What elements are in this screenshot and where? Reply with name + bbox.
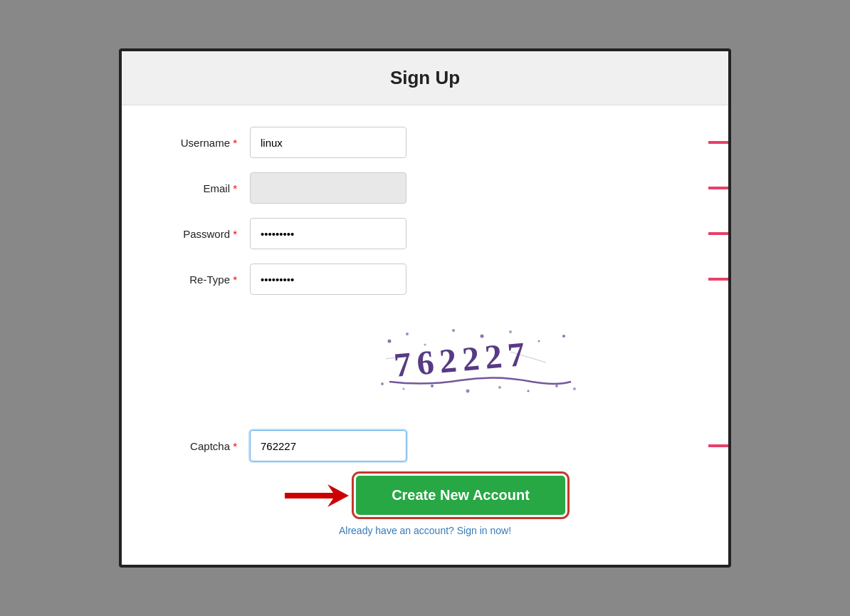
svg-point-14 bbox=[431, 385, 434, 387]
button-row: Create New Account Already have an accou… bbox=[150, 476, 700, 536]
username-required: * bbox=[233, 137, 237, 149]
svg-point-19 bbox=[573, 387, 576, 390]
svg-point-7 bbox=[452, 329, 455, 332]
retype-input[interactable] bbox=[250, 263, 406, 295]
captcha-image-area: 762227 bbox=[250, 309, 700, 416]
svg-marker-2 bbox=[708, 226, 731, 241]
captcha-input[interactable] bbox=[250, 430, 406, 461]
email-arrow-icon bbox=[708, 180, 731, 196]
svg-point-15 bbox=[466, 390, 470, 393]
captcha-image: 762227 bbox=[368, 323, 582, 402]
retype-input-wrapper bbox=[250, 263, 700, 295]
captcha-svg: 762227 bbox=[368, 323, 582, 402]
svg-marker-3 bbox=[708, 271, 731, 287]
username-arrow-icon bbox=[708, 135, 731, 150]
email-label: Email * bbox=[150, 182, 250, 194]
password-required: * bbox=[233, 228, 237, 240]
svg-point-5 bbox=[406, 333, 409, 335]
username-input[interactable] bbox=[250, 127, 406, 158]
form-area: Username * Email * bbox=[122, 105, 728, 565]
svg-point-16 bbox=[498, 386, 501, 389]
username-label: Username * bbox=[150, 137, 250, 149]
big-red-arrow-icon bbox=[285, 483, 349, 508]
retype-row: Re-Type * bbox=[150, 263, 700, 295]
password-label: Password * bbox=[150, 228, 250, 240]
retype-label: Re-Type * bbox=[150, 273, 250, 286]
signup-card: Sign Up Username * Email * bbox=[119, 48, 731, 568]
svg-point-11 bbox=[562, 335, 565, 338]
captcha-row: Captcha * bbox=[150, 430, 700, 461]
svg-marker-24 bbox=[285, 484, 349, 507]
password-input-wrapper bbox=[250, 218, 700, 249]
captcha-required: * bbox=[233, 440, 237, 452]
svg-point-10 bbox=[538, 340, 540, 343]
email-required: * bbox=[233, 182, 237, 194]
svg-point-18 bbox=[555, 385, 558, 387]
svg-point-13 bbox=[403, 388, 405, 390]
password-arrow-icon bbox=[708, 226, 731, 241]
page-title: Sign Up bbox=[390, 67, 460, 88]
button-with-arrow: Create New Account bbox=[285, 476, 565, 515]
svg-text:762227: 762227 bbox=[392, 334, 532, 384]
card-header: Sign Up bbox=[122, 51, 728, 105]
signin-link[interactable]: Already have an account? Sign in now! bbox=[339, 525, 511, 536]
email-input-wrapper bbox=[250, 172, 700, 204]
create-account-button[interactable]: Create New Account bbox=[356, 476, 565, 515]
svg-point-17 bbox=[528, 390, 530, 392]
svg-point-4 bbox=[388, 340, 392, 343]
username-input-wrapper bbox=[250, 127, 700, 158]
email-row: Email * bbox=[150, 172, 700, 204]
retype-arrow-icon bbox=[708, 271, 731, 287]
email-input[interactable] bbox=[250, 172, 406, 204]
svg-point-9 bbox=[509, 330, 512, 333]
svg-marker-1 bbox=[708, 180, 731, 196]
captcha-label: Captcha * bbox=[150, 440, 250, 452]
captcha-input-wrapper bbox=[250, 430, 700, 461]
signin-link-row: Already have an account? Sign in now! bbox=[339, 525, 511, 536]
username-row: Username * bbox=[150, 127, 700, 158]
captcha-arrow-icon bbox=[708, 438, 731, 454]
password-input[interactable] bbox=[250, 218, 406, 249]
svg-point-8 bbox=[481, 335, 484, 338]
retype-required: * bbox=[233, 273, 237, 286]
password-row: Password * bbox=[150, 218, 700, 249]
svg-marker-23 bbox=[708, 438, 731, 454]
svg-marker-0 bbox=[708, 135, 731, 150]
svg-point-12 bbox=[381, 382, 384, 385]
